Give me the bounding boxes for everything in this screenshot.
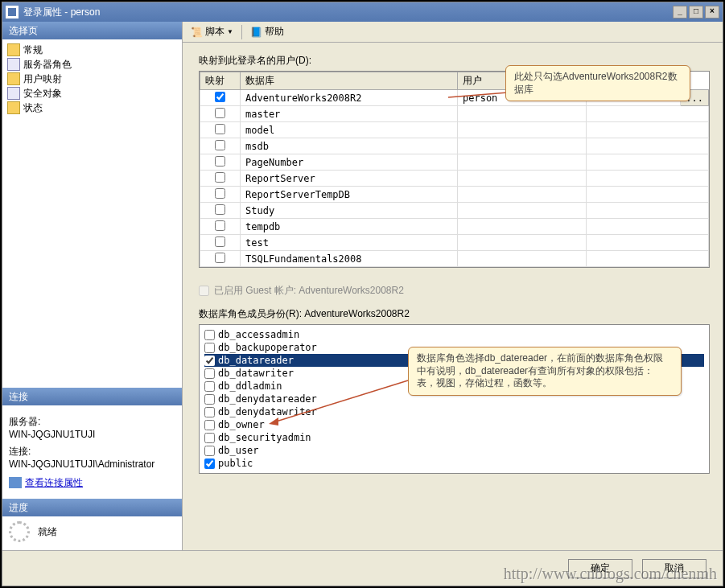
- titlebar[interactable]: 登录属性 - person _ □ ×: [2, 2, 723, 22]
- server-value: WIN-JQGJNU1TUJI: [9, 429, 175, 440]
- role-label: db_ddladmin: [218, 380, 282, 392]
- table-row[interactable]: master: [200, 106, 709, 122]
- role-item[interactable]: db_user: [204, 444, 704, 457]
- cell-schema: [587, 187, 709, 203]
- role-label: db_denydatareader: [218, 393, 317, 405]
- cell-schema: [587, 138, 709, 154]
- cell-user: [458, 203, 587, 219]
- toolbar: 📜 脚本 ▼ 📘 帮助: [183, 22, 723, 43]
- role-checkbox[interactable]: [204, 368, 215, 379]
- map-checkbox[interactable]: [215, 140, 225, 150]
- role-checkbox[interactable]: [204, 356, 215, 366]
- view-connection-link[interactable]: 查看连接属性: [9, 476, 83, 490]
- table-row[interactable]: TSQLFundamentals2008: [200, 251, 709, 267]
- map-checkbox[interactable]: [215, 220, 225, 231]
- cell-user: [458, 235, 587, 251]
- svg-rect-0: [8, 8, 16, 16]
- sidebar-item-0[interactable]: 常规: [2, 43, 182, 57]
- view-connection-text: 查看连接属性: [25, 476, 83, 490]
- help-button[interactable]: 📘 帮助: [247, 23, 287, 40]
- map-checkbox[interactable]: [215, 124, 225, 134]
- cell-db: test: [241, 235, 458, 251]
- cell-schema: [587, 122, 709, 138]
- role-item[interactable]: db_accessadmin: [204, 328, 704, 341]
- map-checkbox[interactable]: [215, 253, 225, 263]
- role-checkbox[interactable]: [204, 433, 215, 443]
- role-label: db_owner: [218, 419, 265, 430]
- role-checkbox[interactable]: [204, 381, 215, 392]
- role-checkbox[interactable]: [204, 330, 215, 340]
- connection-label: 连接:: [9, 445, 175, 458]
- role-item[interactable]: public: [204, 457, 704, 470]
- sidebar: 选择页 常规服务器角色用户映射安全对象状态 连接 服务器: WIN-JQGJNU…: [2, 22, 183, 550]
- table-row[interactable]: ReportServerTempDB: [200, 187, 709, 203]
- cell-user: [458, 251, 587, 267]
- connection-header: 连接: [2, 388, 182, 405]
- cell-user: [458, 122, 587, 138]
- sidebar-item-label: 用户映射: [23, 72, 62, 86]
- role-item[interactable]: db_securityadmin: [204, 431, 704, 444]
- cell-user: [458, 187, 587, 203]
- map-checkbox[interactable]: [215, 92, 225, 102]
- window-icon: [6, 6, 19, 19]
- sidebar-item-2[interactable]: 用户映射: [2, 72, 182, 86]
- select-page-header: 选择页: [2, 22, 182, 39]
- role-item[interactable]: db_owner: [204, 418, 704, 431]
- table-row[interactable]: model: [200, 122, 709, 138]
- table-row[interactable]: tempdb: [200, 219, 709, 235]
- cell-schema: [587, 251, 709, 267]
- server-label: 服务器:: [9, 415, 175, 429]
- role-checkbox[interactable]: [204, 407, 215, 417]
- sidebar-item-label: 安全对象: [23, 87, 62, 101]
- close-button[interactable]: ×: [705, 6, 719, 19]
- sidebar-item-4[interactable]: 状态: [2, 101, 182, 115]
- map-checkbox[interactable]: [215, 204, 225, 215]
- role-label: db_securityadmin: [218, 432, 311, 443]
- table-row[interactable]: ReportServer: [200, 171, 709, 187]
- cell-db: PageNumber: [241, 154, 458, 171]
- map-checkbox[interactable]: [215, 172, 225, 183]
- table-row[interactable]: test: [200, 235, 709, 251]
- connection-icon: [9, 477, 22, 488]
- cell-db: Study: [241, 203, 458, 219]
- cell-user: [458, 138, 587, 154]
- script-icon: 📜: [191, 27, 203, 38]
- role-label: public: [218, 458, 253, 469]
- toolbar-separator: [241, 25, 242, 39]
- role-checkbox[interactable]: [204, 394, 215, 405]
- map-checkbox[interactable]: [215, 156, 225, 167]
- role-label: db_user: [218, 445, 259, 456]
- role-checkbox[interactable]: [204, 458, 215, 469]
- progress-header: 进度: [2, 499, 182, 516]
- sidebar-item-label: 常规: [23, 43, 43, 57]
- role-checkbox[interactable]: [204, 343, 215, 353]
- cell-db: ReportServer: [241, 171, 458, 187]
- progress-spinner-icon: [9, 521, 30, 542]
- role-item[interactable]: db_denydatawriter: [204, 405, 704, 418]
- sidebar-item-1[interactable]: 服务器角色: [2, 57, 182, 72]
- role-label: db_denydatawriter: [218, 406, 317, 417]
- table-row[interactable]: Study: [200, 203, 709, 219]
- table-row[interactable]: msdb: [200, 138, 709, 154]
- chevron-down-icon: ▼: [227, 28, 233, 35]
- col-db[interactable]: 数据库: [241, 72, 458, 90]
- help-label: 帮助: [265, 25, 284, 39]
- cell-db: AdventureWorks2008R2: [241, 90, 458, 106]
- map-checkbox[interactable]: [215, 108, 225, 118]
- map-checkbox[interactable]: [215, 188, 225, 199]
- cell-user: [458, 106, 587, 122]
- col-map[interactable]: 映射: [200, 72, 241, 90]
- cell-schema: [587, 171, 709, 187]
- maximize-button[interactable]: □: [689, 6, 703, 19]
- map-checkbox[interactable]: [215, 236, 225, 247]
- script-button[interactable]: 📜 脚本 ▼: [187, 23, 237, 40]
- guest-checkbox: [199, 286, 209, 296]
- role-checkbox[interactable]: [204, 446, 215, 456]
- role-label: db_datawriter: [218, 368, 294, 379]
- minimize-button[interactable]: _: [673, 6, 687, 19]
- table-row[interactable]: PageNumber: [200, 154, 709, 171]
- sidebar-item-3[interactable]: 安全对象: [2, 86, 182, 101]
- callout-role-hint: 数据库角色选择db_datereader，在前面的数据库角色权限中有说明，db_…: [408, 347, 682, 396]
- role-checkbox[interactable]: [204, 420, 215, 430]
- window-title: 登录属性 - person: [23, 6, 673, 19]
